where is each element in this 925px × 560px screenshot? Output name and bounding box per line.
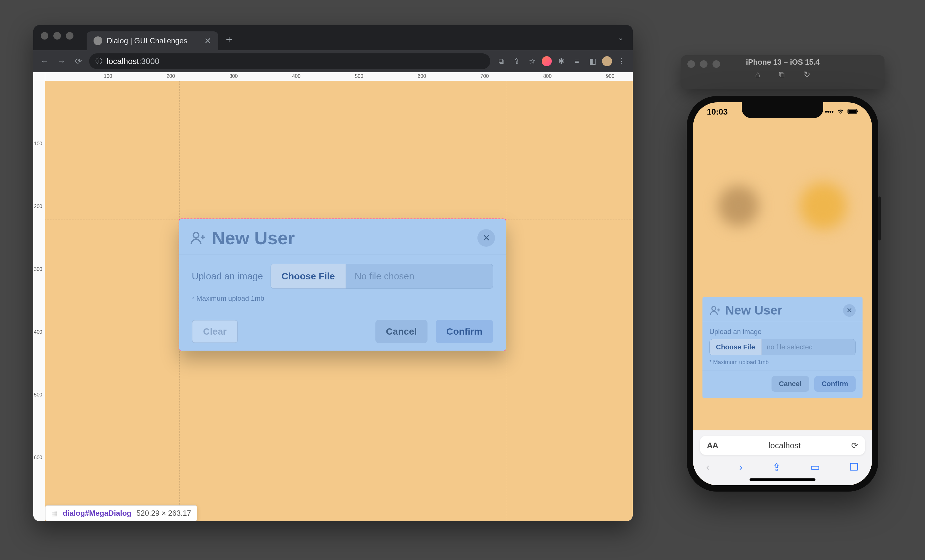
open-external-icon[interactable]: ⧉ xyxy=(495,55,507,68)
safari-back-icon[interactable]: ‹ xyxy=(706,461,710,473)
upload-label: Upload an image xyxy=(192,271,263,282)
extension-1-icon[interactable] xyxy=(542,56,552,66)
confirm-button[interactable]: Confirm xyxy=(814,376,856,392)
ruler-horizontal: 100 200 300 400 500 600 700 800 900 xyxy=(45,72,633,81)
new-tab-button[interactable]: ＋ xyxy=(224,32,235,47)
simulator-toolbar: ⌂ ⧉ ↻ xyxy=(681,66,884,80)
devtools-guide xyxy=(506,81,506,521)
choose-file-button[interactable]: Choose File xyxy=(271,264,346,289)
phone-notch xyxy=(742,102,823,118)
dialog-body: Upload an image Choose File no file sele… xyxy=(702,322,863,370)
safari-address-bar[interactable]: AA localhost ⟳ xyxy=(700,436,865,455)
site-info-icon[interactable]: ⓘ xyxy=(95,57,102,66)
address-bar[interactable]: ⓘ localhost:3000 xyxy=(89,53,490,69)
browser-toolbar: ← → ⟳ ⓘ localhost:3000 ⧉ ⇪ ☆ ✱ ≡ ◧ ⋮ xyxy=(33,50,633,72)
ruler-tick: 700 xyxy=(481,74,489,79)
file-name-display: no file selected xyxy=(762,339,855,355)
traffic-close-icon[interactable] xyxy=(687,60,695,68)
reader-aa-icon[interactable]: AA xyxy=(707,441,718,450)
devtools-element-badge[interactable]: ▦ dialog#MegaDialog 520.29 × 263.17 xyxy=(45,505,197,521)
phone-side-button xyxy=(878,197,881,241)
devtools-dock-icon[interactable]: ◧ xyxy=(586,55,599,68)
tab-close-icon[interactable]: ✕ xyxy=(204,36,211,46)
phone-screen[interactable]: 10:03 •••• New User ✕ xyxy=(693,102,872,485)
ruler-tick: 600 xyxy=(418,74,426,79)
ruler-tick: 500 xyxy=(34,392,42,398)
cancel-button[interactable]: Cancel xyxy=(771,376,809,392)
ruler-tick: 900 xyxy=(606,74,615,79)
cellular-icon: •••• xyxy=(825,108,834,116)
ruler-tick: 300 xyxy=(229,74,238,79)
safari-tabs-icon[interactable]: ❐ xyxy=(850,461,859,473)
grid-icon: ▦ xyxy=(51,509,58,517)
dialog-close-button[interactable]: ✕ xyxy=(478,229,495,247)
battery-icon xyxy=(847,108,858,116)
safari-reload-icon[interactable]: ⟳ xyxy=(851,441,858,450)
upload-hint: * Maximum upload 1mb xyxy=(710,355,856,367)
tab-favicon-icon xyxy=(93,36,102,45)
share-icon[interactable]: ⇪ xyxy=(511,55,523,68)
reading-list-icon[interactable]: ≡ xyxy=(571,55,583,68)
element-dimensions-text: 520.29 × 263.17 xyxy=(137,509,191,518)
ruler-vertical: 100 200 300 400 500 600 xyxy=(33,81,45,521)
window-traffic-lights[interactable] xyxy=(41,32,74,39)
ruler-tick: 600 xyxy=(34,455,42,461)
traffic-zoom-icon[interactable] xyxy=(66,32,74,39)
ruler-tick: 200 xyxy=(34,204,42,209)
status-time: 10:03 xyxy=(707,107,728,117)
dialog-footer: Clear Cancel Confirm xyxy=(179,312,506,351)
sim-rotate-icon[interactable]: ↻ xyxy=(803,70,811,80)
profile-avatar-icon[interactable] xyxy=(602,56,612,66)
ruler-tick: 500 xyxy=(355,74,363,79)
home-indicator[interactable] xyxy=(750,479,815,481)
sim-screenshot-icon[interactable]: ⧉ xyxy=(779,70,785,80)
reload-button[interactable]: ⟳ xyxy=(72,55,85,68)
traffic-minimize-icon[interactable] xyxy=(700,60,708,68)
file-input[interactable]: Choose File No file chosen xyxy=(271,264,493,289)
dialog-title: New User xyxy=(212,227,295,248)
svg-point-0 xyxy=(193,232,199,238)
simulator-window-titlebar: iPhone 13 – iOS 15.4 ⌂ ⧉ ↻ xyxy=(681,55,884,89)
extensions-puzzle-icon[interactable]: ✱ xyxy=(555,55,568,68)
ruler-tick: 400 xyxy=(34,329,42,335)
tab-strip: Dialog | GUI Challenges ✕ ＋ ⌄ xyxy=(33,25,633,50)
iphone-device-frame: 10:03 •••• New User ✕ xyxy=(687,96,878,492)
bookmark-star-icon[interactable]: ☆ xyxy=(526,55,539,68)
chrome-menu-icon[interactable]: ⋮ xyxy=(615,55,628,68)
element-selector-text: dialog#MegaDialog xyxy=(63,509,131,518)
safari-toolbar: ‹ › ⇪ ▭ ❐ xyxy=(693,455,872,473)
safari-bookmarks-icon[interactable]: ▭ xyxy=(811,461,820,473)
traffic-minimize-icon[interactable] xyxy=(53,32,61,39)
safari-forward-icon[interactable]: › xyxy=(739,461,743,473)
sim-home-icon[interactable]: ⌂ xyxy=(755,70,760,80)
forward-button[interactable]: → xyxy=(55,55,68,68)
dialog-footer: Cancel Confirm xyxy=(702,370,863,392)
chrome-browser-window: Dialog | GUI Challenges ✕ ＋ ⌄ ← → ⟳ ⓘ lo… xyxy=(33,25,633,521)
choose-file-button[interactable]: Choose File xyxy=(710,339,762,355)
dialog-header: New User ✕ xyxy=(702,297,863,322)
traffic-zoom-icon[interactable] xyxy=(713,60,720,68)
safari-share-icon[interactable]: ⇪ xyxy=(773,461,781,473)
page-background-blurred xyxy=(693,121,872,291)
ruler-tick: 400 xyxy=(292,74,301,79)
tabs-dropdown-icon[interactable]: ⌄ xyxy=(618,34,624,42)
file-input[interactable]: Choose File no file selected xyxy=(710,339,856,355)
ruler-corner xyxy=(33,72,45,81)
sim-traffic-lights[interactable] xyxy=(687,60,720,68)
page-viewport[interactable]: New User ✕ Upload an image Choose File N… xyxy=(45,81,633,521)
back-button[interactable]: ← xyxy=(38,55,51,68)
ruler-tick: 300 xyxy=(34,266,42,272)
clear-button[interactable]: Clear xyxy=(192,320,238,343)
new-user-dialog: New User ✕ Upload an image Choose File N… xyxy=(179,219,506,351)
browser-tab[interactable]: Dialog | GUI Challenges ✕ xyxy=(87,32,218,50)
mobile-new-user-dialog: New User ✕ Upload an image Choose File n… xyxy=(702,297,863,398)
safari-bottom-bar: AA localhost ⟳ ‹ › ⇪ ▭ ❐ xyxy=(693,431,872,485)
dialog-close-button[interactable]: ✕ xyxy=(843,304,856,317)
dialog-header: New User ✕ xyxy=(179,219,506,254)
user-plus-icon xyxy=(710,304,721,316)
traffic-close-icon[interactable] xyxy=(41,32,48,39)
upload-hint: * Maximum upload 1mb xyxy=(192,294,493,309)
cancel-button[interactable]: Cancel xyxy=(375,320,428,343)
svg-point-4 xyxy=(712,306,716,310)
confirm-button[interactable]: Confirm xyxy=(436,320,493,343)
